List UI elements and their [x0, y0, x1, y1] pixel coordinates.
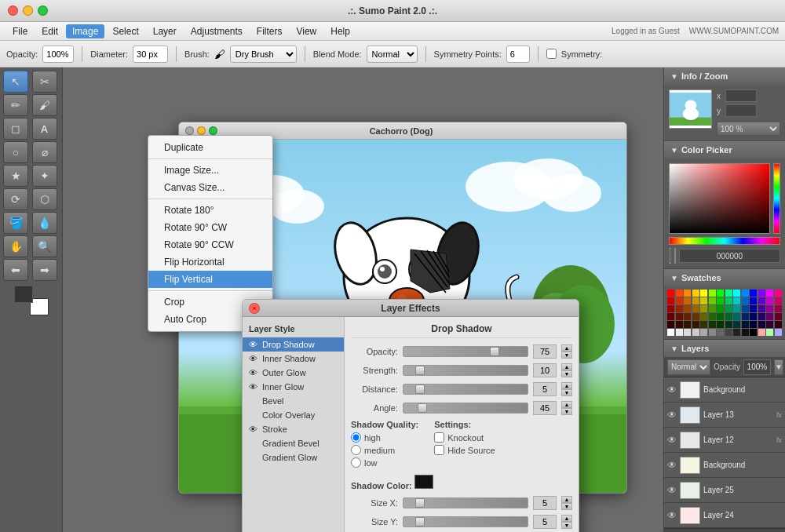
swatch[interactable] — [742, 290, 749, 297]
swatch[interactable] — [733, 329, 740, 336]
menu-help[interactable]: Help — [324, 24, 356, 38]
swatch[interactable] — [733, 297, 740, 304]
swatch[interactable] — [758, 329, 765, 336]
swatch[interactable] — [717, 321, 724, 328]
swatch[interactable] — [709, 329, 716, 336]
quality-medium-radio[interactable] — [351, 445, 361, 455]
menu-image[interactable]: Image — [66, 24, 104, 38]
swatch[interactable] — [733, 290, 740, 297]
swatch[interactable] — [667, 329, 674, 336]
size-y-slider[interactable] — [403, 516, 528, 527]
effect-inner-glow[interactable]: 👁 Inner Glow — [243, 380, 344, 394]
swatch[interactable] — [700, 329, 707, 336]
canvas-close-btn[interactable] — [185, 126, 194, 135]
swatch[interactable] — [676, 329, 683, 336]
arrow-tool-btn[interactable]: ➡ — [32, 259, 57, 281]
swatch[interactable] — [667, 305, 674, 312]
swatch[interactable] — [700, 321, 707, 328]
menu-layer[interactable]: Layer — [147, 24, 183, 38]
swatch[interactable] — [692, 290, 699, 297]
swatch[interactable] — [692, 305, 699, 312]
menu-filters[interactable]: Filters — [250, 24, 289, 38]
swatch[interactable] — [733, 305, 740, 312]
swatch[interactable] — [684, 329, 691, 336]
angle-down[interactable]: ▼ — [561, 408, 572, 415]
quality-high-radio[interactable] — [351, 432, 361, 443]
opacity-down[interactable]: ▼ — [561, 352, 572, 359]
ornament-tool-btn[interactable]: ✦ — [32, 165, 57, 187]
size-y-up[interactable]: ▲ — [561, 515, 572, 522]
swatch[interactable] — [684, 313, 691, 320]
swatch[interactable] — [717, 290, 724, 297]
swatch[interactable] — [775, 329, 782, 336]
layer-eye-icon[interactable]: 👁 — [667, 460, 677, 471]
swatch[interactable] — [717, 329, 724, 336]
symmetry-points-input[interactable] — [506, 46, 530, 63]
swatch[interactable] — [766, 321, 773, 328]
menu-select[interactable]: Select — [106, 24, 144, 38]
close-button[interactable] — [8, 5, 18, 16]
effect-outer-glow[interactable]: 👁 Outer Glow — [243, 366, 344, 380]
opacity-slider[interactable] — [403, 346, 528, 357]
menu-rotate180[interactable]: Rotate 180° — [148, 202, 272, 219]
swatch[interactable] — [766, 297, 773, 304]
pattern-tool-btn[interactable]: ⬡ — [32, 188, 57, 210]
shadow-color-box[interactable] — [414, 475, 433, 489]
pencil-tool-btn[interactable]: ✏ — [3, 94, 28, 116]
zoom-select[interactable]: 100 % — [717, 122, 780, 136]
swatch[interactable] — [667, 297, 674, 304]
quality-low-radio[interactable] — [351, 457, 361, 468]
swatch[interactable] — [775, 305, 782, 312]
knockout-checkbox[interactable] — [434, 432, 444, 443]
move-tool-btn[interactable]: ✋ — [3, 235, 28, 257]
swatch[interactable] — [758, 313, 765, 320]
layer-item[interactable]: 👁Layer 25 — [664, 478, 785, 503]
layer-eye-icon[interactable]: 👁 — [667, 435, 677, 446]
swatch[interactable] — [750, 321, 757, 328]
layer-eye-icon[interactable]: 👁 — [667, 485, 677, 496]
star-tool-btn[interactable]: ★ — [3, 165, 28, 187]
swatch[interactable] — [709, 297, 716, 304]
swatch[interactable] — [692, 313, 699, 320]
maximize-button[interactable] — [38, 5, 48, 16]
swatch[interactable] — [667, 321, 674, 328]
strength-slider[interactable] — [403, 365, 528, 376]
swatch[interactable] — [676, 305, 683, 312]
minimize-button[interactable] — [23, 5, 33, 16]
swatch[interactable] — [692, 321, 699, 328]
color-gradient-box[interactable] — [669, 163, 770, 234]
swatch[interactable] — [725, 297, 732, 304]
y-coord-input[interactable] — [725, 104, 757, 117]
menu-flip-v[interactable]: Flip Vertical — [148, 271, 272, 288]
color-value-input[interactable] — [679, 249, 780, 263]
smudge-tool-btn[interactable]: ⟳ — [3, 188, 28, 210]
swatch[interactable] — [766, 329, 773, 336]
menu-edit[interactable]: Edit — [35, 24, 64, 38]
blend-mode-select[interactable]: Normal — [367, 46, 418, 63]
swatch[interactable] — [709, 321, 716, 328]
swatch[interactable] — [725, 313, 732, 320]
menu-adjustments[interactable]: Adjustments — [184, 24, 249, 38]
layers-header[interactable]: ▼ Layers — [664, 340, 785, 357]
opacity-arrow[interactable]: ▼ — [774, 359, 783, 375]
distance-down[interactable]: ▼ — [561, 389, 572, 396]
secondary-color-box[interactable] — [674, 248, 676, 264]
distance-slider[interactable] — [403, 384, 528, 395]
lasso-tool-btn[interactable]: ⌀ — [32, 141, 57, 163]
swatch[interactable] — [725, 321, 732, 328]
brush-select[interactable]: Dry Brush — [230, 46, 297, 63]
swatch[interactable] — [775, 290, 782, 297]
layers-mode-select[interactable]: Normal — [667, 359, 710, 375]
swatch[interactable] — [676, 313, 683, 320]
swatch[interactable] — [684, 321, 691, 328]
swatch[interactable] — [709, 290, 716, 297]
swatch[interactable] — [775, 313, 782, 320]
swatches-header[interactable]: ▼ Swatches — [664, 269, 785, 286]
menu-duplicate[interactable]: Duplicate — [148, 139, 272, 156]
fill-tool-btn[interactable]: 🪣 — [3, 212, 28, 234]
canvas-minimize-btn[interactable] — [197, 126, 206, 135]
swatch[interactable] — [700, 297, 707, 304]
layer-item[interactable]: 👁Background — [664, 453, 785, 478]
swatch[interactable] — [700, 290, 707, 297]
layer-item[interactable]: 👁Layer 24 — [664, 503, 785, 528]
